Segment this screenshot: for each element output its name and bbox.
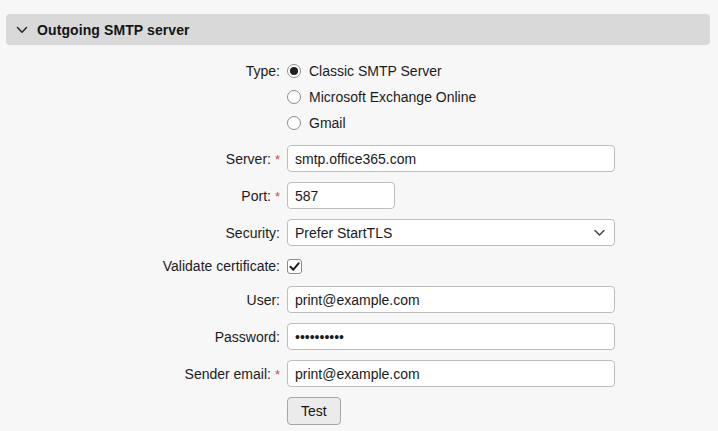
radio-option-label: Classic SMTP Server — [309, 63, 442, 79]
required-asterisk: * — [275, 189, 280, 204]
sender-email-row: Sender email:* — [0, 360, 718, 387]
password-row: Password: — [0, 323, 718, 350]
test-row: Test — [0, 397, 718, 425]
user-label: User: — [0, 292, 280, 308]
port-row: Port:* — [0, 182, 718, 209]
validate-certificate-label: Validate certificate: — [0, 258, 280, 274]
required-asterisk: * — [275, 152, 280, 167]
sender-email-label: Sender email:* — [0, 366, 280, 382]
type-label: Type: — [0, 63, 280, 79]
test-button[interactable]: Test — [287, 397, 341, 425]
radio-icon — [287, 64, 301, 78]
section-header-outgoing-smtp[interactable]: Outgoing SMTP server — [6, 14, 710, 45]
validate-certificate-checkbox[interactable] — [287, 259, 302, 274]
type-row: Type: Classic SMTP Server Microsoft Exch… — [0, 63, 718, 131]
validate-certificate-row: Validate certificate: — [0, 256, 718, 276]
server-input[interactable] — [287, 145, 615, 172]
sender-email-input[interactable] — [287, 360, 615, 387]
user-row: User: — [0, 286, 718, 313]
port-input[interactable] — [287, 182, 395, 209]
security-label: Security: — [0, 225, 280, 241]
radio-option-classic-smtp-server[interactable]: Classic SMTP Server — [287, 63, 476, 79]
smtp-form: Type: Classic SMTP Server Microsoft Exch… — [0, 63, 718, 425]
radio-option-label: Microsoft Exchange Online — [309, 89, 476, 105]
radio-option-microsoft-exchange-online[interactable]: Microsoft Exchange Online — [287, 89, 476, 105]
type-radio-group: Classic SMTP Server Microsoft Exchange O… — [287, 63, 476, 131]
security-row: Security: Prefer StartTLS — [0, 219, 718, 246]
chevron-down-icon — [16, 26, 28, 34]
security-select[interactable]: Prefer StartTLS — [287, 219, 615, 246]
security-select-wrap: Prefer StartTLS — [287, 219, 615, 246]
check-icon — [289, 261, 300, 272]
server-label: Server:* — [0, 151, 280, 167]
radio-icon — [287, 90, 301, 104]
port-label: Port:* — [0, 188, 280, 204]
password-input[interactable] — [287, 323, 615, 350]
server-row: Server:* — [0, 145, 718, 172]
password-label: Password: — [0, 329, 280, 345]
user-input[interactable] — [287, 286, 615, 313]
section-title: Outgoing SMTP server — [37, 22, 190, 38]
radio-icon — [287, 116, 301, 130]
radio-option-label: Gmail — [309, 115, 346, 131]
radio-option-gmail[interactable]: Gmail — [287, 115, 476, 131]
required-asterisk: * — [275, 367, 280, 382]
